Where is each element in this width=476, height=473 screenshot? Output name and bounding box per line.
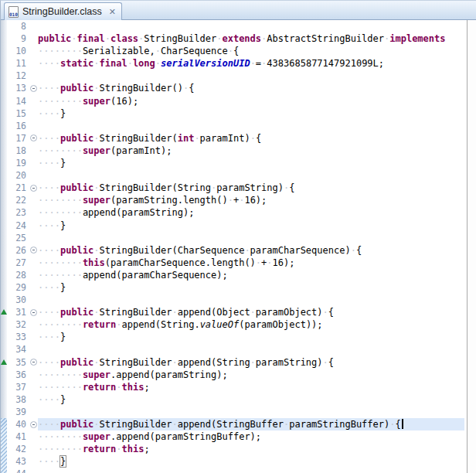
code-text[interactable]: ········return·append(String.valueOf(par… — [38, 318, 464, 331]
code-text[interactable]: ········super.append(paramStringBuffer); — [38, 430, 464, 443]
code-line[interactable]: 33····} — [7, 331, 467, 343]
overview-ruler[interactable] — [468, 20, 476, 473]
whitespace-dot: · — [71, 369, 76, 380]
code-text[interactable]: ····} — [38, 107, 464, 120]
code-text[interactable]: ········return·this; — [38, 381, 464, 393]
code-text[interactable]: ········super.append(paramString); — [38, 369, 464, 381]
code-text[interactable] — [38, 169, 464, 182]
code-text[interactable]: ····} — [38, 455, 464, 468]
code-text[interactable]: ····} — [38, 393, 464, 406]
code-text[interactable]: ····public·StringBuilder(int·paramInt)·{ — [38, 132, 464, 145]
code-text[interactable]: ········super(paramString.length()·+·16)… — [38, 194, 464, 206]
code-line[interactable]: 15····} — [7, 107, 467, 120]
code-text[interactable]: ····} — [38, 281, 464, 294]
code-line[interactable]: 12 — [7, 70, 467, 82]
code-text[interactable]: ········Serializable,·CharSequence·{ — [38, 45, 464, 57]
code-text[interactable]: ····public·StringBuilder()·{ — [38, 82, 464, 94]
fold-collapse-icon[interactable] — [30, 309, 37, 316]
code-line[interactable]: 31····public·StringBuilder·append(Object… — [7, 306, 467, 318]
code-text[interactable]: public·final·class·StringBuilder·extends… — [38, 32, 464, 45]
code-text[interactable] — [38, 406, 464, 418]
whitespace-dot: · — [55, 394, 60, 405]
override-indicator-icon[interactable] — [1, 309, 7, 315]
code-token: return — [83, 382, 116, 393]
code-line[interactable]: 38····} — [7, 393, 467, 406]
code-line[interactable]: 40····public·StringBuilder·append(String… — [7, 418, 467, 430]
code-line[interactable]: 26····public·StringBuilder(CharSequence·… — [7, 244, 467, 257]
code-line[interactable]: 36········super.append(paramString); — [7, 369, 467, 381]
code-line[interactable]: 10········Serializable,·CharSequence·{ — [7, 45, 467, 57]
code-line[interactable]: 41········super.append(paramStringBuffer… — [7, 430, 467, 443]
code-token: (paramString.length() — [110, 195, 228, 206]
whitespace-dot: · — [49, 456, 54, 467]
code-text[interactable] — [38, 343, 464, 356]
fold-collapse-icon[interactable] — [30, 134, 37, 141]
code-text[interactable] — [38, 294, 464, 306]
code-line[interactable]: 14········super(16); — [7, 95, 467, 107]
code-line[interactable]: 30 — [7, 294, 467, 306]
code-line[interactable]: 44 — [7, 468, 467, 473]
fold-collapse-icon[interactable] — [30, 247, 37, 254]
code-line[interactable]: 24····} — [7, 219, 467, 232]
code-text[interactable]: ········this(paramCharSequence.length()·… — [38, 257, 464, 269]
whitespace-dot: · — [49, 220, 54, 231]
code-text[interactable] — [38, 468, 464, 473]
code-text[interactable] — [38, 120, 464, 132]
code-line[interactable]: 19····} — [7, 157, 467, 169]
whitespace-dot: · — [172, 307, 177, 318]
override-indicator-icon[interactable] — [1, 359, 7, 365]
tab-close-icon[interactable]: ✕ — [109, 8, 116, 16]
code-line[interactable]: 8 — [7, 20, 467, 32]
whitespace-dot: · — [55, 220, 60, 231]
code-text[interactable]: ····} — [38, 219, 464, 232]
code-lines[interactable]: 89public·final·class·StringBuilder·exten… — [7, 20, 467, 473]
code-line[interactable]: 43····} — [7, 455, 467, 468]
code-line[interactable]: 39 — [7, 406, 467, 418]
code-text[interactable] — [38, 232, 464, 244]
code-text[interactable]: ····public·StringBuilder(CharSequence·pa… — [38, 244, 464, 257]
fold-collapse-icon[interactable] — [30, 421, 37, 428]
code-line[interactable]: 22········super(paramString.length()·+·1… — [7, 194, 467, 206]
code-text[interactable]: ········super(16); — [38, 95, 464, 107]
tab-stringbuilder-class[interactable]: 010 StringBuilder.class ✕ — [4, 2, 122, 20]
code-line[interactable]: 27········this(paramCharSequence.length(… — [7, 257, 467, 269]
fold-collapse-icon[interactable] — [30, 185, 37, 192]
code-line[interactable]: 20 — [7, 169, 467, 182]
code-line[interactable]: 25 — [7, 232, 467, 244]
code-line[interactable]: 18········super(paramInt); — [7, 145, 467, 157]
fold-collapse-icon[interactable] — [30, 85, 37, 92]
code-text[interactable]: ····public·StringBuilder·append(String·p… — [38, 356, 464, 369]
code-line[interactable]: 42········return·this; — [7, 443, 467, 455]
code-line[interactable]: 21····public·StringBuilder(String·paramS… — [7, 182, 467, 194]
code-text[interactable]: ········append(paramString); — [38, 206, 464, 219]
fold-collapse-icon[interactable] — [30, 359, 37, 366]
code-line[interactable]: 37········return·this; — [7, 381, 467, 393]
code-line[interactable]: 17····public·StringBuilder(int·paramInt)… — [7, 132, 467, 145]
code-text[interactable]: ····} — [38, 157, 464, 169]
code-token: public — [60, 307, 94, 318]
code-text[interactable]: ····} — [38, 331, 464, 343]
code-text[interactable]: ········return·this; — [38, 443, 464, 455]
code-text[interactable]: ····public·StringBuilder·append(Object·p… — [38, 306, 464, 318]
code-token: StringBuilder — [144, 33, 216, 44]
code-line[interactable]: 16 — [7, 120, 467, 132]
code-line[interactable]: 29····} — [7, 281, 467, 294]
code-text[interactable]: ········super(paramInt); — [38, 145, 464, 157]
code-text[interactable]: ····static·final·long·serialVersionUID·=… — [38, 57, 464, 70]
code-line[interactable]: 34 — [7, 343, 467, 356]
code-line[interactable]: 11····static·final·long·serialVersionUID… — [7, 57, 467, 70]
code-token: super — [83, 369, 110, 380]
code-line[interactable]: 28········append(paramCharSequence); — [7, 269, 467, 281]
code-line[interactable]: 9public·final·class·StringBuilder·extend… — [7, 32, 467, 45]
code-line[interactable]: 35····public·StringBuilder·append(String… — [7, 356, 467, 369]
code-text[interactable] — [38, 70, 464, 82]
code-text[interactable]: ····public·StringBuilder(String·paramStr… — [38, 182, 464, 194]
code-line[interactable]: 32········return·append(String.valueOf(p… — [7, 318, 467, 331]
code-text[interactable] — [38, 20, 464, 32]
code-text[interactable]: ····public·StringBuilder·append(StringBu… — [38, 418, 464, 430]
code-line[interactable]: 13····public·StringBuilder()·{ — [7, 82, 467, 94]
code-editor[interactable]: 89public·final·class·StringBuilder·exten… — [1, 20, 476, 473]
code-line[interactable]: 23········append(paramString); — [7, 206, 467, 219]
whitespace-dot: · — [250, 357, 256, 368]
code-text[interactable]: ········append(paramCharSequence); — [38, 269, 464, 281]
